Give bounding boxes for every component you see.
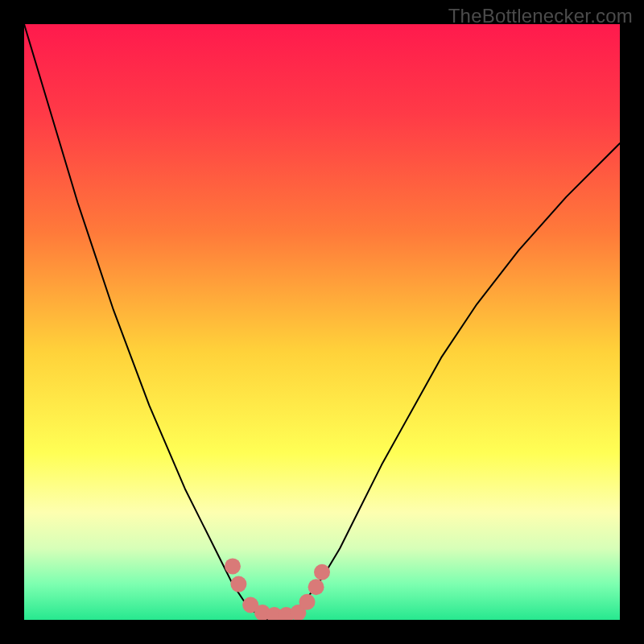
data-point [230, 576, 246, 592]
data-point [299, 594, 316, 610]
data-point [308, 579, 324, 595]
watermark-text: TheBottlenecker.com [448, 5, 633, 27]
data-point [314, 564, 330, 580]
gradient-background [24, 24, 620, 620]
chart-frame: TheBottlenecker.com [0, 0, 644, 644]
plot-area [24, 24, 620, 620]
data-point [225, 558, 241, 574]
chart-svg [24, 24, 620, 620]
